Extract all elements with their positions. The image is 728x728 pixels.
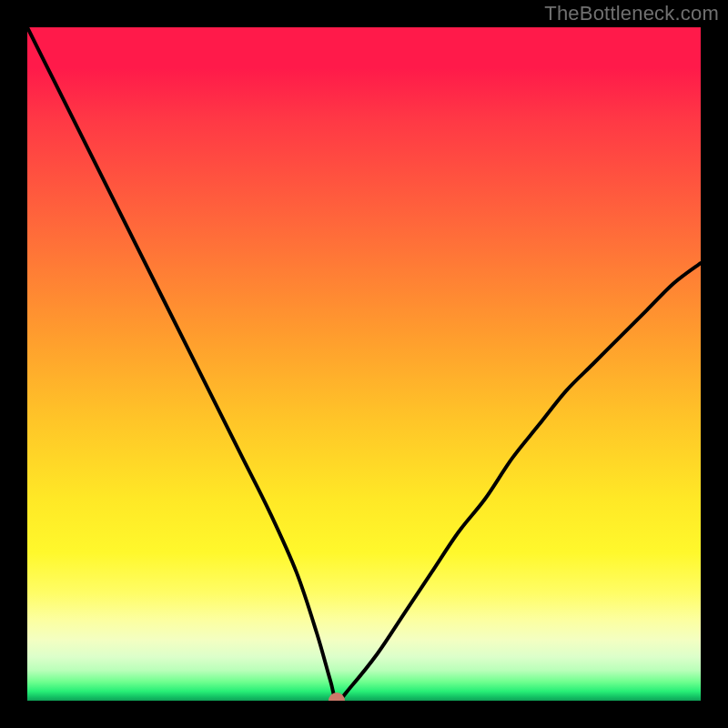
chart-stage: TheBottleneck.com [0,0,728,728]
bottleneck-curve [27,27,701,701]
watermark-text: TheBottleneck.com [544,2,719,25]
curve-path [27,27,701,701]
plot-area [27,27,701,701]
